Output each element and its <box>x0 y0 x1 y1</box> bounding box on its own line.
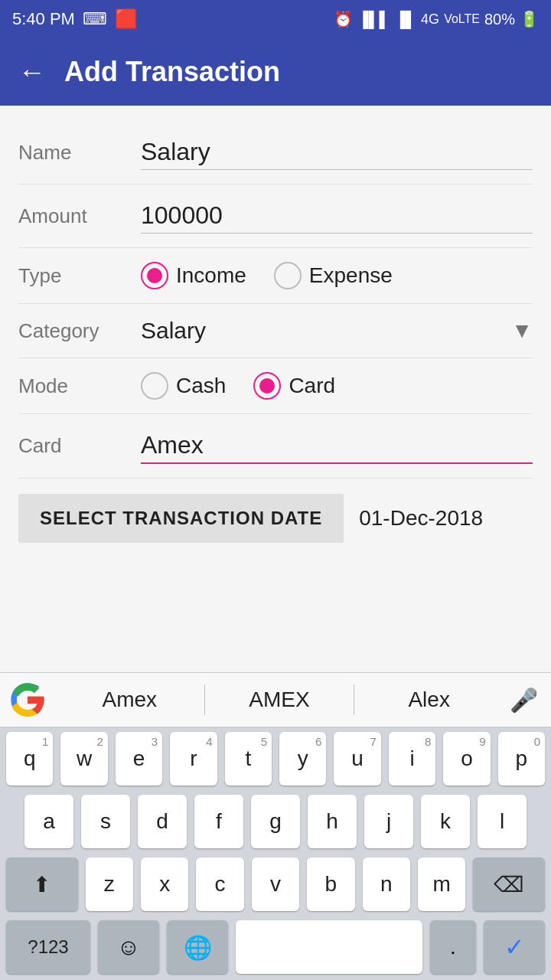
volte-label: VoLTE <box>444 12 480 26</box>
select-date-button[interactable]: SELECT TRANSACTION DATE <box>18 494 344 543</box>
mode-row: Mode Cash Card <box>18 358 533 413</box>
battery-icon: 🔋 <box>520 10 539 28</box>
key-p[interactable]: 0p <box>498 732 545 786</box>
income-radio[interactable] <box>141 262 168 289</box>
key-period[interactable]: . <box>430 920 476 974</box>
key-row-1: 1q 2w 3e 4r 5t 6y 7u 8i 9o 0p <box>0 727 551 790</box>
type-label: Type <box>18 264 141 288</box>
card-option[interactable]: Card <box>253 372 335 400</box>
key-shift[interactable]: ⬆ <box>6 858 78 911</box>
suggestions-bar: Amex AMEX Alex 🎤 <box>0 672 551 727</box>
date-row: SELECT TRANSACTION DATE 01-Dec-2018 <box>0 479 551 558</box>
key-e[interactable]: 3e <box>116 732 162 786</box>
expense-label: Expense <box>309 263 393 288</box>
signal-icon: ▐▌▌ <box>357 11 390 28</box>
type-row: Type Income Expense <box>18 248 533 303</box>
amount-label: Amount <box>18 204 141 228</box>
category-row: Category Salary ▼ <box>18 304 533 358</box>
key-num-sym[interactable]: ?123 <box>6 920 90 974</box>
key-globe[interactable]: 🌐 <box>167 920 228 974</box>
key-z[interactable]: z <box>86 858 133 911</box>
card-radio[interactable] <box>253 372 281 400</box>
key-y[interactable]: 6y <box>279 732 326 786</box>
date-value: 01-Dec-2018 <box>359 506 483 531</box>
key-o[interactable]: 9o <box>443 732 490 786</box>
category-dropdown[interactable]: Salary ▼ <box>141 318 533 344</box>
cash-option[interactable]: Cash <box>141 372 226 400</box>
category-label: Category <box>18 319 141 343</box>
keyboard: Amex AMEX Alex 🎤 1q 2w 3e 4r 5t 6y 7u 8i… <box>0 672 551 980</box>
income-label: Income <box>176 263 246 288</box>
key-d[interactable]: d <box>138 795 187 848</box>
card-label-field: Card <box>18 434 141 458</box>
mode-radio-group: Cash Card <box>141 372 335 400</box>
key-q[interactable]: 1q <box>6 732 53 786</box>
mic-icon[interactable]: 🎤 <box>504 687 543 714</box>
key-row-3: ⬆ z x c v b n m ⌫ <box>0 853 551 916</box>
key-emoji[interactable]: ☺ <box>98 920 159 974</box>
keyboard-icon: ⌨ <box>83 9 107 29</box>
income-option[interactable]: Income <box>141 262 246 289</box>
amount-row: Amount <box>18 185 533 247</box>
mode-label: Mode <box>18 374 141 398</box>
expense-option[interactable]: Expense <box>274 262 393 289</box>
key-k[interactable]: k <box>421 795 470 848</box>
key-u[interactable]: 7u <box>334 732 380 786</box>
signal2-icon: ▐▌ <box>395 11 416 28</box>
key-backspace[interactable]: ⌫ <box>473 858 545 911</box>
app-bar: ← Add Transaction <box>0 38 551 106</box>
alarm-icon: ⏰ <box>334 10 353 28</box>
google-icon <box>8 680 47 720</box>
key-n[interactable]: n <box>363 858 410 911</box>
key-row-2: a s d f g h j k l <box>0 790 551 853</box>
key-f[interactable]: f <box>194 795 243 848</box>
key-t[interactable]: 5t <box>225 732 272 786</box>
cash-label: Cash <box>176 374 226 398</box>
type-radio-group: Income Expense <box>141 262 393 289</box>
name-label: Name <box>18 141 141 165</box>
key-h[interactable]: h <box>308 795 357 848</box>
status-right: ⏰ ▐▌▌ ▐▌ 4G VoLTE 80% 🔋 <box>334 10 539 28</box>
card-row: Card <box>18 414 533 478</box>
key-c[interactable]: c <box>196 858 243 911</box>
name-row: Name <box>18 121 533 184</box>
key-g[interactable]: g <box>251 795 300 848</box>
status-left: 5:40 PM ⌨ 🟥 <box>12 8 138 30</box>
suggestion-amex-upper[interactable]: AMEX <box>205 680 354 720</box>
key-j[interactable]: j <box>364 795 413 848</box>
suggestion-alex[interactable]: Alex <box>354 680 504 720</box>
card-input[interactable] <box>141 428 533 464</box>
network-label: 4G <box>421 11 439 28</box>
key-space[interactable] <box>236 920 422 974</box>
name-input[interactable] <box>141 135 533 170</box>
key-s[interactable]: s <box>81 795 130 848</box>
key-l[interactable]: l <box>478 795 527 848</box>
key-check[interactable]: ✓ <box>484 920 545 974</box>
status-time: 5:40 PM <box>12 9 75 29</box>
key-i[interactable]: 8i <box>389 732 435 786</box>
form-area: Name Amount Type Income Expense Category… <box>0 106 551 479</box>
expense-radio[interactable] <box>274 262 302 289</box>
key-b[interactable]: b <box>307 858 354 911</box>
key-w[interactable]: 2w <box>60 732 107 786</box>
suggestion-amex[interactable]: Amex <box>55 680 204 720</box>
amount-input[interactable] <box>141 198 533 234</box>
page-title: Add Transaction <box>64 56 280 88</box>
key-r[interactable]: 4r <box>170 732 217 786</box>
key-a[interactable]: a <box>24 795 73 848</box>
category-value: Salary <box>141 318 511 344</box>
app-icon: 🟥 <box>115 8 138 30</box>
key-m[interactable]: m <box>418 858 465 911</box>
battery-label: 80% <box>484 11 515 28</box>
dropdown-arrow-icon: ▼ <box>511 318 533 343</box>
card-label: Card <box>289 374 335 398</box>
key-x[interactable]: x <box>141 858 188 911</box>
status-bar: 5:40 PM ⌨ 🟥 ⏰ ▐▌▌ ▐▌ 4G VoLTE 80% 🔋 <box>0 0 551 38</box>
back-button[interactable]: ← <box>18 56 46 88</box>
key-v[interactable]: v <box>252 858 299 911</box>
cash-radio[interactable] <box>141 372 168 400</box>
key-row-bottom: ?123 ☺ 🌐 . ✓ <box>0 916 551 980</box>
